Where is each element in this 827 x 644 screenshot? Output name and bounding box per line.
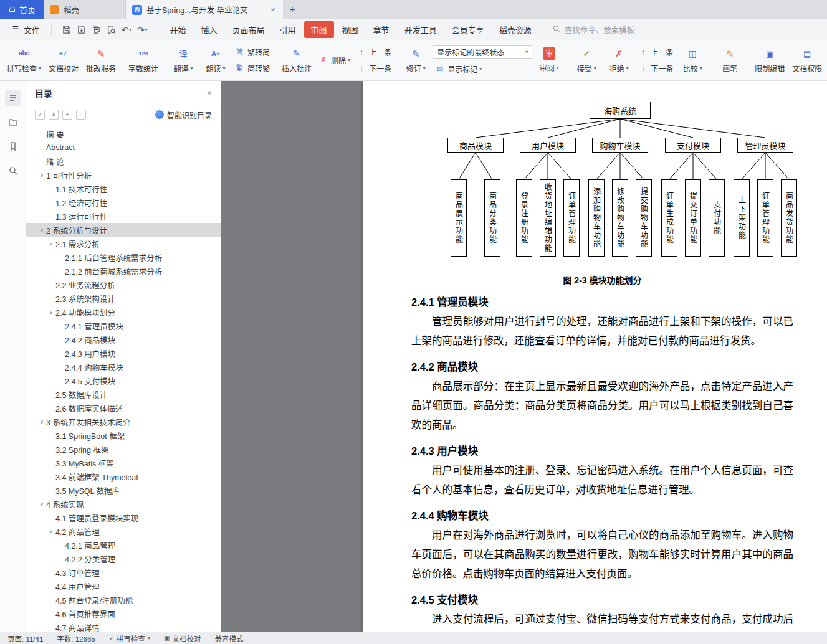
menu-tab-6[interactable]: 章节 (366, 21, 396, 38)
search-icon[interactable] (5, 163, 21, 179)
ribbon-proofread-button[interactable]: a✓文档校对 (45, 44, 82, 76)
menu-tab-9[interactable]: 稻壳资源 (492, 21, 538, 38)
show-markup-state-select[interactable]: 显示标记的最终状态▾ (433, 45, 532, 59)
document-page[interactable]: 海购系统商品模块商品展示功能商品分类功能用户模块登录注册功能收货地址编辑功能订单… (363, 81, 827, 632)
ribbon-translate-button[interactable]: 译翻译▾ (168, 44, 199, 76)
toc-item[interactable]: ∨2.1 需求分析 (26, 237, 221, 250)
file-menu-button[interactable]: 文件 (5, 24, 46, 36)
ribbon-doc-permission-button[interactable]: ▤文档权限 (789, 44, 825, 76)
toc-item[interactable]: 4.5 前台登录/注册功能 (26, 593, 221, 607)
ribbon-fan-to-jian-button[interactable]: 简繁转简 (232, 46, 272, 58)
menu-tab-7[interactable]: 开发工具 (398, 21, 444, 38)
chevron-down-icon[interactable]: ∨ (37, 419, 46, 425)
toc-item[interactable]: 4.6 首页推荐界面 (26, 607, 221, 620)
bookmark-icon[interactable] (5, 138, 21, 154)
toc-item[interactable]: 3.1 SpringBoot 框架 (26, 429, 221, 442)
status-compat-mode[interactable]: 兼容模式 (215, 633, 244, 643)
ribbon-review-mode-button[interactable]: 审审阅▾ (533, 45, 565, 75)
toc-close-icon[interactable]: × (207, 88, 212, 98)
ribbon-accept-button[interactable]: ✓接受▾ (571, 44, 602, 76)
print-icon[interactable] (92, 25, 101, 34)
ribbon-correction-button[interactable]: ✎批改服务 (83, 44, 119, 76)
toc-item[interactable]: 3.2 Spring 框架 (26, 442, 221, 456)
ribbon-track-changes-button[interactable]: ✎修订▾ (400, 44, 431, 76)
toc-item[interactable]: 绪 论 (26, 154, 221, 168)
ribbon-read-aloud-button[interactable]: A»朗读▾ (200, 44, 231, 76)
toc-item[interactable]: ∨2 系统分析与设计 (26, 223, 221, 237)
toc-item[interactable]: ∨4 系统实现 (26, 497, 221, 511)
chevron-down-icon[interactable]: ∨ (47, 240, 55, 247)
toc-item[interactable]: 4.1 管理员登录模块实现 (26, 511, 221, 524)
toc-item[interactable]: 2.3 系统架构设计 (26, 291, 221, 305)
redo-icon[interactable]: ↷▾ (137, 25, 147, 35)
toc-check-icon[interactable]: ✓ (35, 110, 45, 120)
toc-item[interactable]: 1.1 技术可行性 (26, 182, 221, 196)
toc-item[interactable]: 4.2.2 分类管理 (26, 552, 221, 566)
document-tab[interactable]: W 基于Spring...与开发 毕业论文 × (126, 0, 283, 19)
ribbon-delete-comment-button[interactable]: ✗删除▾ (316, 54, 353, 66)
save-icon[interactable] (62, 25, 71, 34)
chevron-down-icon[interactable]: ∨ (47, 309, 55, 315)
ribbon-prev-comment-button[interactable]: ↑上一条 (354, 46, 394, 58)
toc-item[interactable]: 2.4.1 管理员模块 (26, 319, 221, 333)
chapter-icon[interactable] (5, 114, 21, 130)
toc-item[interactable]: 2.2 业务流程分析 (26, 278, 221, 291)
toc-item[interactable]: 1.3 运行可行性 (26, 209, 221, 223)
menu-tab-0[interactable]: 开始 (163, 21, 193, 38)
chevron-down-icon[interactable]: ∨ (47, 528, 55, 534)
new-tab-button[interactable]: + (283, 0, 302, 19)
menu-tab-3[interactable]: 引用 (273, 21, 303, 38)
command-search[interactable]: 查找命令、搜索模板 (552, 24, 635, 36)
toc-item[interactable]: ∨1 可行性分析 (26, 168, 221, 182)
toc-item[interactable]: 3.3 MyBatis 框架 (26, 456, 221, 470)
toc-collapse-icon[interactable]: ∧ (49, 110, 59, 120)
toc-item[interactable]: 2.4.4 购物车模块 (26, 360, 221, 374)
ribbon-next-change-button[interactable]: ↓下一条 (636, 62, 676, 74)
toc-item[interactable]: 4.2.1 商品管理 (26, 538, 221, 552)
toc-item[interactable]: 2.6 数据库实体描述 (26, 401, 221, 415)
ribbon-prev-change-button[interactable]: ↑上一条 (636, 46, 676, 58)
toc-item[interactable]: 4.7 商品详情 (26, 620, 221, 632)
ribbon-show-markup-button[interactable]: ▤显示标记▾ (433, 63, 532, 75)
toc-item[interactable]: 4.3 订单管理 (26, 566, 221, 579)
menu-tab-8[interactable]: 会员专享 (445, 21, 491, 38)
ribbon-next-comment-button[interactable]: ↓下一条 (354, 62, 394, 74)
toc-expand-icon[interactable]: + (62, 110, 72, 120)
toc-item[interactable]: Abstract (26, 141, 221, 154)
ribbon-compare-button[interactable]: ◫比较▾ (677, 44, 708, 76)
chevron-down-icon[interactable]: ∨ (37, 227, 46, 233)
status-word-count[interactable]: 字数: 12665 (57, 633, 95, 643)
toc-reduce-icon[interactable]: − (76, 110, 86, 120)
toc-item[interactable]: 摘 要 (26, 127, 221, 141)
ribbon-jian-to-fan-button[interactable]: 繁简转繁 (232, 62, 272, 74)
outline-icon[interactable] (5, 90, 21, 106)
ribbon-reject-button[interactable]: ✗拒绝▾ (603, 44, 634, 76)
toc-item[interactable]: ∨4.2 商品管理 (26, 524, 221, 538)
toc-item[interactable]: 2.5 数据库设计 (26, 387, 221, 401)
status-page-indicator[interactable]: 页面: 11/41 (7, 633, 43, 643)
toc-item[interactable]: ∨2.4 功能模块划分 (26, 305, 221, 319)
chevron-down-icon[interactable]: ∨ (37, 501, 46, 507)
export-icon[interactable] (77, 25, 86, 34)
smart-toc-button[interactable]: 智能识别目录 (155, 110, 212, 120)
toc-item[interactable]: 2.1.1 后台管理系统需求分析 (26, 250, 221, 264)
preview-icon[interactable] (107, 25, 116, 34)
menu-tab-4[interactable]: 审阅 (304, 21, 334, 38)
toc-item[interactable]: 2.1.2 前台商城系统需求分析 (26, 264, 221, 278)
ribbon-insert-comment-button[interactable]: ✎插入批注 (279, 44, 315, 76)
toc-item[interactable]: 2.4.5 支付模块 (26, 374, 221, 387)
home-tab[interactable]: 首页 (0, 0, 44, 19)
undo-icon[interactable]: ↶▾ (122, 25, 131, 35)
toc-item[interactable]: 3.5 MySQL 数据库 (26, 483, 221, 497)
chevron-down-icon[interactable]: ∨ (37, 172, 46, 178)
menu-tab-1[interactable]: 插入 (194, 21, 224, 38)
toc-item[interactable]: ∨3 系统开发相关技术简介 (26, 415, 221, 429)
status-spell-check[interactable]: ✓拼写检查▾ (109, 633, 150, 643)
ribbon-word-count-button[interactable]: 123字数统计 (125, 44, 161, 76)
toc-item[interactable]: 3.4 前端框架 Thymeleaf (26, 470, 221, 483)
menu-tab-5[interactable]: 视图 (335, 21, 365, 38)
ribbon-restrict-edit-button[interactable]: ▣限制编辑 (752, 44, 788, 76)
toc-item[interactable]: 1.2 经济可行性 (26, 196, 221, 209)
ribbon-brush-button[interactable]: ✎画笔 (714, 44, 745, 76)
toc-item[interactable]: 2.4.2 商品模块 (26, 333, 221, 346)
